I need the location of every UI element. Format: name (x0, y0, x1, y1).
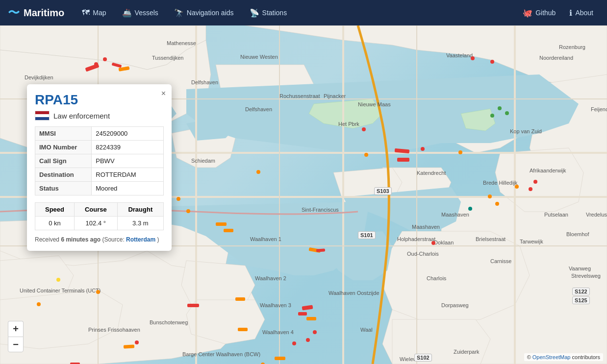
popup-close-button[interactable]: × (161, 89, 166, 98)
vessel-marker[interactable] (37, 302, 41, 306)
vessel-bar[interactable] (298, 312, 307, 315)
vessel-marker[interactable] (177, 197, 180, 201)
course-header: Course (74, 203, 117, 217)
zoom-out-button[interactable]: − (8, 337, 24, 352)
info-label: Call Sign (35, 154, 92, 168)
stations-icon: 📡 (250, 8, 259, 18)
vessel-marker[interactable] (364, 153, 368, 157)
vessel-marker[interactable] (505, 111, 509, 115)
vessel-stats-table: Speed Course Draught 0 kn 102.4 ° 3.3 m (35, 202, 164, 230)
vessel-marker[interactable] (96, 290, 100, 294)
vessel-marker[interactable] (495, 202, 499, 206)
contributors-text: contributors (572, 354, 600, 360)
info-value: Moored (92, 182, 164, 195)
info-icon: ℹ (569, 8, 572, 18)
vessel-bar[interactable] (187, 304, 199, 307)
popup-vessel-type: Law enforcement (53, 112, 110, 120)
info-row: StatusMoored (35, 182, 164, 195)
vessel-bar[interactable] (235, 297, 245, 301)
info-value: PBWV (92, 154, 164, 168)
nav-about[interactable]: ℹ About (563, 5, 599, 21)
vessel-marker[interactable] (498, 106, 502, 110)
speed-header: Speed (35, 203, 75, 217)
vessel-bar[interactable] (275, 357, 285, 360)
nav-vessels-label: Vessels (135, 9, 158, 17)
vessel-marker[interactable] (458, 150, 462, 154)
vessel-marker[interactable] (103, 57, 107, 61)
road-shield: S125 (572, 296, 590, 304)
nav-map-label: Map (93, 9, 106, 17)
footer-source-prefix: (Source: (102, 236, 124, 243)
info-row: MMSI245209000 (35, 127, 164, 141)
draught-value: 3.3 m (117, 217, 163, 230)
speed-value: 0 kn (35, 217, 75, 230)
osm-link[interactable]: OpenStreetMap (532, 354, 571, 360)
vessel-info-table: MMSI245209000IMO Number8224339Call SignP… (35, 126, 164, 195)
zoom-in-button[interactable]: + (8, 321, 24, 337)
zoom-controls: + − (8, 321, 24, 352)
draught-header: Draught (117, 203, 163, 217)
vessel-marker[interactable] (292, 341, 296, 345)
info-value: ROTTERDAM (92, 168, 164, 182)
nav-github-label: Github (535, 9, 556, 17)
nav-navaid-label: Navigation aids (187, 9, 234, 17)
vessels-icon: 🚢 (122, 8, 132, 18)
map-icon: 🗺 (82, 8, 90, 17)
vessel-bar[interactable] (397, 158, 409, 162)
info-label: IMO Number (35, 141, 92, 154)
vessel-marker[interactable] (135, 340, 139, 344)
nav-stations-label: Stations (262, 9, 287, 17)
vessel-bar[interactable] (216, 222, 227, 226)
vessel-marker[interactable] (313, 330, 317, 334)
github-icon: 🐙 (523, 8, 532, 18)
vessel-marker[interactable] (431, 241, 435, 245)
vessel-marker[interactable] (488, 194, 492, 198)
info-label: MMSI (35, 127, 92, 141)
vessel-marker[interactable] (471, 56, 475, 60)
vessel-marker[interactable] (186, 209, 190, 213)
footer-time: 6 minutes ago (61, 236, 101, 243)
popup-vessel-name: RPA15 (35, 92, 164, 108)
footer-source-link[interactable]: Rotterdam (126, 236, 155, 243)
app-name: Maritimo (24, 7, 64, 19)
vessel-bar[interactable] (224, 229, 233, 232)
vessel-marker[interactable] (490, 114, 494, 118)
road-shield: S101 (358, 231, 376, 239)
map-container[interactable]: TussendijkenNieuwe WestenDelfshavenDelfs… (0, 25, 607, 364)
info-value: 245209000 (92, 127, 164, 141)
nav-about-label: About (575, 9, 593, 17)
info-row: IMO Number8224339 (35, 141, 164, 154)
nav-vessels[interactable]: 🚢 Vessels (116, 5, 164, 21)
course-value: 102.4 ° (74, 217, 117, 230)
road-shield: S103 (374, 187, 392, 195)
navbar: 〜 Maritimo 🗺 Map 🚢 Vessels 🔭 Navigation … (0, 0, 607, 25)
popup-footer: Received 6 minutes ago (Source: Rotterda… (35, 236, 164, 243)
info-value: 8224339 (92, 141, 164, 154)
vessel-bar[interactable] (306, 317, 316, 320)
road-shield: S122 (572, 288, 590, 295)
vessel-bar[interactable] (238, 328, 248, 331)
vessel-marker[interactable] (56, 278, 60, 282)
navaid-icon: 🔭 (174, 8, 184, 18)
info-row: Call SignPBWV (35, 154, 164, 168)
nav-map[interactable]: 🗺 Map (76, 5, 112, 20)
vessel-marker[interactable] (533, 180, 537, 184)
vessel-marker[interactable] (256, 170, 260, 174)
app-logo[interactable]: 〜 Maritimo (8, 5, 64, 21)
nav-navigation-aids[interactable]: 🔭 Navigation aids (168, 5, 240, 21)
vessel-marker[interactable] (362, 127, 366, 131)
info-row: DestinationROTTERDAM (35, 168, 164, 182)
footer-source-suffix: ) (157, 236, 159, 243)
map-attribution: © OpenStreetMap contributors (524, 353, 603, 361)
vessel-bar[interactable] (124, 344, 134, 348)
vessel-marker[interactable] (468, 207, 472, 211)
vessel-marker[interactable] (490, 60, 494, 64)
vessel-marker[interactable] (529, 187, 532, 191)
vessel-marker[interactable] (306, 338, 310, 342)
footer-prefix: Received (35, 236, 59, 243)
nav-github[interactable]: 🐙 Github (517, 5, 561, 21)
vessel-marker[interactable] (421, 147, 425, 151)
vessel-marker[interactable] (515, 185, 519, 189)
nav-stations[interactable]: 📡 Stations (244, 5, 293, 21)
info-label: Destination (35, 168, 92, 182)
